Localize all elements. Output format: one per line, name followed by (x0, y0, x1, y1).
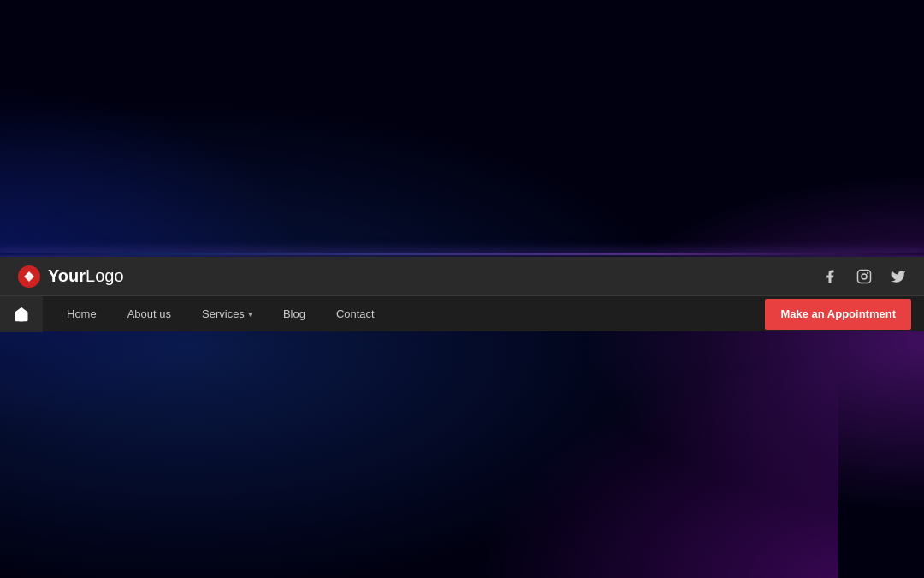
facebook-icon[interactable] (821, 268, 838, 285)
home-icon-button[interactable] (0, 296, 43, 332)
logo-text: YourLogo (48, 266, 124, 286)
navbar-wrapper: YourLogo (0, 257, 924, 331)
logo-bold: Your (48, 266, 86, 285)
instagram-icon[interactable] (856, 268, 873, 285)
appointment-button[interactable]: Make an Appointment (765, 299, 911, 330)
nav-item-services[interactable]: Services ▾ (187, 296, 268, 332)
services-chevron-icon: ▾ (248, 309, 252, 319)
twitter-icon[interactable] (890, 268, 907, 285)
nav-item-contact[interactable]: Contact (321, 296, 390, 332)
svg-point-2 (862, 274, 867, 279)
logo-area: YourLogo (17, 265, 124, 289)
services-label: Services (202, 307, 245, 320)
home-icon (13, 306, 30, 323)
svg-rect-1 (858, 270, 871, 283)
nav-item-about[interactable]: About us (112, 296, 187, 332)
logo-icon (17, 265, 41, 289)
social-icons (821, 268, 907, 285)
svg-point-3 (867, 271, 868, 273)
bottom-glow (411, 321, 838, 578)
nav-item-blog[interactable]: Blog (268, 296, 321, 332)
nav-bar: Home About us Services ▾ Blog Contact Ma… (0, 295, 924, 331)
top-bar: YourLogo (0, 257, 924, 295)
nav-item-home[interactable]: Home (51, 296, 112, 332)
logo-regular: Logo (86, 266, 124, 285)
nav-links: Home About us Services ▾ Blog Contact (43, 296, 765, 332)
